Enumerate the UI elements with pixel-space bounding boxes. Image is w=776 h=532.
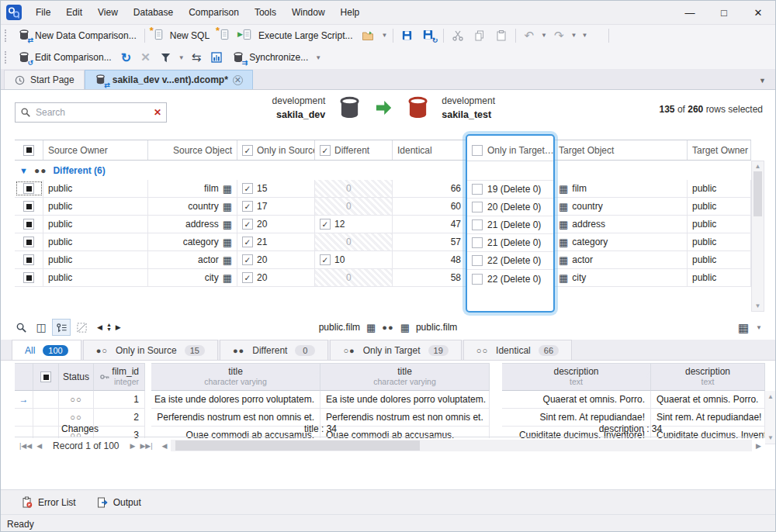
toolbar-grip[interactable] — [5, 51, 9, 64]
only-source-checkbox[interactable]: ✓ — [242, 201, 253, 212]
col-film-id[interactable]: film_id integer — [94, 363, 145, 391]
col-target-owner[interactable]: Target Owner — [688, 140, 751, 160]
table-row[interactable]: public country▦ ✓17 0 60 ▦country public — [15, 198, 751, 216]
new-sql-button[interactable]: * New SQL — [148, 26, 214, 44]
col-status[interactable]: Status — [59, 363, 94, 391]
scroll-thumb[interactable] — [753, 171, 762, 216]
menu-view[interactable]: View — [91, 4, 125, 21]
refresh-button[interactable]: ↻ — [116, 48, 136, 67]
table-row[interactable]: public actor▦ ✓20 ✓10 48 ▦actor public — [15, 251, 751, 269]
last-record-icon[interactable]: ▶▶| — [140, 442, 152, 450]
filter-button[interactable] — [155, 50, 176, 66]
different-checkbox[interactable]: ✓ — [320, 219, 331, 230]
search-input[interactable] — [36, 107, 149, 118]
tab-close-icon[interactable]: ✕ — [233, 75, 243, 85]
different-checkbox[interactable]: ✓ — [320, 254, 331, 265]
undo-button[interactable]: ↶ — [519, 26, 539, 45]
col-identical[interactable]: Identical — [393, 140, 466, 160]
col-source-title[interactable]: titlecharacter varying — [151, 363, 320, 391]
table-row[interactable]: public city▦ ✓20 0 58 ▦city public — [15, 269, 751, 287]
synchronize-dropdown[interactable]: ▼ — [313, 54, 324, 61]
only-source-checkbox[interactable]: ✓ — [242, 183, 253, 194]
col-source-description[interactable]: descriptiontext — [502, 363, 651, 391]
menu-file[interactable]: File — [29, 4, 57, 21]
filter-tab-all[interactable]: All 100 — [12, 340, 81, 360]
redo-dropdown[interactable]: ▼ — [568, 32, 579, 39]
toolbar-overflow-dropdown[interactable]: ▼ — [579, 32, 590, 39]
tab-comparison-document[interactable]: ⇄ sakila_dev v...ent).dcomp* ✕ — [85, 70, 253, 89]
output-tab[interactable]: Output — [96, 496, 141, 509]
menu-edit[interactable]: Edit — [59, 4, 89, 21]
menu-tools[interactable]: Tools — [248, 4, 283, 21]
filter-dropdown[interactable]: ▼ — [176, 54, 187, 61]
only-in-source-checkbox[interactable]: ✓ — [242, 145, 253, 156]
row-checkbox[interactable] — [23, 237, 34, 247]
quick-search-button[interactable] — [12, 319, 30, 336]
group-row-different[interactable]: ▼ ●● Different (6) — [15, 161, 751, 180]
col-target-description[interactable]: descriptiontext — [651, 363, 765, 391]
scroll-down-icon[interactable]: ▼ — [755, 302, 761, 309]
next-difference-icon[interactable]: ▶ — [116, 323, 121, 331]
row-checkbox[interactable] — [23, 254, 34, 265]
only-in-target-checkbox[interactable] — [472, 145, 483, 156]
row-checkbox[interactable] — [23, 201, 34, 212]
collapse-icon[interactable]: ▼ — [19, 166, 28, 175]
cell-checkbox[interactable] — [472, 274, 483, 285]
cell-checkbox[interactable] — [472, 202, 483, 212]
new-document-button[interactable]: * — [214, 26, 237, 44]
only-source-checkbox[interactable]: ✓ — [242, 237, 253, 247]
table-row[interactable]: public film▦ ✓15 0 66 ▦film public — [15, 180, 751, 198]
filter-tab-only-in-source[interactable]: ●○ Only in Source 15 — [83, 340, 218, 360]
edit-comparison-button[interactable]: ↺ Edit Comparison... — [13, 49, 116, 67]
only-in-target-column-drag-overlay[interactable]: Only in Target… 19 (Delete 0) 20 (Delete… — [466, 134, 555, 313]
table-row[interactable]: public address▦ ✓20 ✓12 47 ▦address publ… — [15, 216, 751, 233]
search-clear-icon[interactable]: ✕ — [154, 107, 161, 118]
only-in-target-cell[interactable]: 20 (Delete 0) — [467, 199, 553, 216]
cell-checkbox[interactable] — [472, 255, 483, 266]
menu-window[interactable]: Window — [285, 4, 332, 21]
copy-button[interactable] — [469, 27, 490, 44]
filter-tab-different[interactable]: ●● Different 0 — [220, 340, 328, 360]
table-row[interactable]: public category▦ ✓21 0 57 ▦category publ… — [15, 233, 751, 251]
prev-record-icon[interactable]: ◀ — [36, 442, 42, 450]
filter-tab-only-in-target[interactable]: ○● Only in Target 19 — [330, 340, 461, 360]
cell-checkbox[interactable] — [472, 219, 483, 230]
open-file-button[interactable] — [357, 27, 379, 44]
scroll-right-icon[interactable]: ▶ — [752, 442, 765, 450]
col-source-owner[interactable]: Source Owner — [43, 140, 148, 160]
toolbar-grip[interactable] — [5, 29, 9, 42]
different-checkbox[interactable]: ✓ — [320, 145, 331, 156]
select-all-cell[interactable] — [33, 363, 59, 391]
open-file-dropdown[interactable]: ▼ — [379, 32, 390, 39]
select-all-checkbox[interactable] — [40, 371, 51, 382]
report-button[interactable] — [206, 49, 227, 66]
minimize-button[interactable]: — — [673, 1, 707, 24]
only-in-target-header[interactable]: Only in Target… — [467, 140, 553, 161]
column-list-button[interactable] — [52, 319, 71, 336]
data-row[interactable]: → ○○ 1 Ea iste unde dolores porro volupt… — [15, 391, 765, 409]
swap-source-target-button[interactable]: ⇆ — [187, 48, 206, 67]
grid-view-icon[interactable]: ▦ — [738, 322, 749, 333]
cell-checkbox[interactable] — [472, 237, 483, 248]
only-source-checkbox[interactable]: ✓ — [242, 272, 253, 283]
row-checkbox[interactable] — [23, 183, 34, 194]
row-checkbox[interactable] — [23, 219, 34, 230]
objects-grid-vertical-scrollbar[interactable]: ▲ ▼ — [751, 161, 764, 312]
col-target-title[interactable]: titlecharacter varying — [320, 363, 490, 391]
only-source-checkbox[interactable]: ✓ — [242, 254, 253, 265]
row-checkbox[interactable] — [23, 272, 34, 283]
data-grid-horizontal-scrollbar[interactable] — [171, 440, 753, 451]
execute-large-script-button[interactable]: ▶ Execute Large Script... — [237, 26, 357, 44]
scroll-left-icon[interactable]: ◀ — [158, 442, 168, 450]
grid-view-dropdown[interactable]: ▼ — [753, 324, 764, 331]
select-all-cell[interactable] — [15, 140, 43, 160]
menu-comparison[interactable]: Comparison — [182, 4, 246, 21]
scroll-thumb[interactable] — [175, 440, 420, 451]
only-in-target-cell[interactable]: 21 (Delete 0) — [467, 234, 553, 252]
stop-button[interactable]: ✕ — [136, 48, 155, 67]
tab-list-dropdown[interactable]: ▼ — [759, 77, 766, 85]
synchronize-button[interactable]: ⇉ Synchronize... — [227, 49, 313, 67]
col-target-object[interactable]: Target Object — [554, 140, 688, 160]
col-only-in-source[interactable]: ✓Only in Source — [237, 140, 315, 160]
prev-difference-icon[interactable]: ◀ — [97, 323, 102, 331]
